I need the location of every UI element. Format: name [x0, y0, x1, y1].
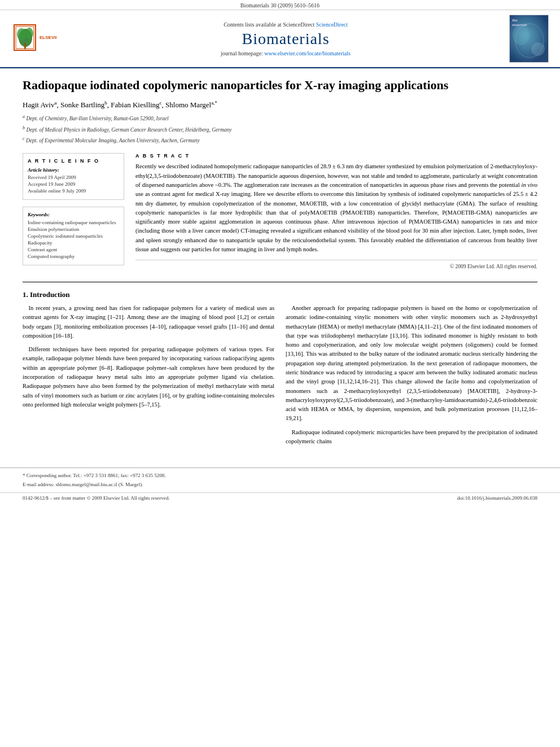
keyword-5: Contrast agent [28, 247, 119, 252]
svg-point-3 [25, 28, 33, 39]
keyword-3: Copolymeric iodinated nanoparticles [28, 233, 119, 239]
journal-citation: Biomaterials 30 (2009) 5610–5616 [240, 2, 320, 8]
intro-para-2: Different techniques have been reported … [23, 345, 274, 409]
article-info-title: A R T I C L E I N F O [28, 158, 119, 164]
journal-center-info: Contents lists available at ScienceDirec… [62, 21, 509, 56]
keyword-6: Computed tomography [28, 254, 119, 259]
top-bar: Biomaterials 30 (2009) 5610–5616 [0, 0, 560, 10]
abstract-text: Recently we described iodinated homopoly… [135, 162, 537, 254]
abstract-title: A B S T R A C T [135, 153, 537, 159]
footer-footnotes: * Corresponding author. Tel.: +972 3 531… [0, 468, 560, 489]
article-body: A R T I C L E I N F O Article history: R… [23, 153, 537, 273]
journal-cover-image: Bio materials [509, 15, 549, 63]
article-history-label: Article history: [28, 167, 119, 173]
intro-para-4: Radiopaque iodinated copolymeric micropa… [286, 428, 537, 447]
received-date: Received 19 April 2009 [28, 174, 119, 180]
svg-text:ELSEVIER: ELSEVIER [40, 35, 56, 40]
available-date: Available online 9 July 2009 [28, 188, 119, 194]
left-column: A R T I C L E I N F O Article history: R… [23, 153, 124, 273]
article-title: Radiopaque iodinated copolymeric nanopar… [23, 77, 537, 94]
section-divider [23, 282, 537, 282]
footnote-2: E-mail address: shlomo.margel@mail.biu.a… [23, 480, 537, 488]
sciencedirect-prefix: Contents lists available at ScienceDirec… [224, 21, 314, 28]
svg-point-10 [513, 25, 530, 45]
affiliations: a Dept. of Chemistry, Bar-Ilan Universit… [23, 113, 537, 145]
main-content: Radiopaque iodinated copolymeric nanopar… [0, 68, 560, 460]
svg-point-2 [17, 28, 26, 41]
affiliation-c: c Dept. of Experimental Molecular Imagin… [23, 136, 537, 145]
footer-bar: 0142-9612/$ – see front matter © 2009 El… [0, 492, 560, 503]
intro-right-col: Another approach for preparing radiopaqu… [286, 304, 537, 451]
journal-cover-title: Bio materials [512, 18, 527, 27]
affiliation-b: b Dept. of Medical Physics in Radiology,… [23, 125, 537, 134]
article-info-box: A R T I C L E I N F O Article history: R… [23, 153, 124, 200]
sciencedirect-link[interactable]: ScienceDirect [316, 21, 348, 28]
copyright-notice: © 2009 Elsevier Ltd. All rights reserved… [135, 260, 537, 273]
keyword-4: Radiopacity [28, 240, 119, 246]
keywords-box: Keywords: Iodine-containing radiopaque n… [23, 207, 124, 265]
svg-point-11 [531, 42, 545, 56]
intro-section-title: 1. Introduction [23, 290, 537, 299]
intro-body: In recent years, a growing need has rise… [23, 304, 537, 451]
keywords-title: Keywords: [28, 212, 119, 217]
page-wrapper: Biomaterials 30 (2009) 5610–5616 ELSEVIE… [0, 0, 560, 503]
journal-header: ELSEVIER Contents lists available at Sci… [0, 10, 560, 68]
footer-license: 0142-9612/$ – see front matter © 2009 El… [23, 495, 170, 501]
authors-line: Hagit Aviva, Sonke Bartlingb, Fabian Kie… [23, 99, 537, 111]
intro-para-1: In recent years, a growing need has rise… [23, 304, 274, 340]
intro-para-3: Another approach for preparing radiopaqu… [286, 304, 537, 423]
accepted-date: Accepted 19 June 2009 [28, 181, 119, 187]
intro-left-col: In recent years, a growing need has rise… [23, 304, 274, 451]
journal-homepage: journal homepage: www.elsevier.com/locat… [62, 50, 509, 56]
affiliation-a: a Dept. of Chemistry, Bar-Ilan Universit… [23, 113, 537, 123]
footer-doi: doi:10.1016/j.biomaterials.2009.06.038 [457, 495, 537, 501]
journal-homepage-link[interactable]: www.elsevier.com/locate/biomaterials [264, 50, 351, 56]
journal-name: Biomaterials [62, 30, 509, 48]
sciencedirect-info: Contents lists available at ScienceDirec… [62, 21, 509, 28]
elsevier-logo: ELSEVIER [11, 22, 56, 55]
footnote-1: * Corresponding author. Tel.: +972 3 531… [23, 471, 537, 479]
right-column: A B S T R A C T Recently we described io… [135, 153, 537, 273]
keyword-1: Iodine-containing radiopaque nanoparticl… [28, 220, 119, 225]
keyword-2: Emulsion polymerization [28, 226, 119, 232]
